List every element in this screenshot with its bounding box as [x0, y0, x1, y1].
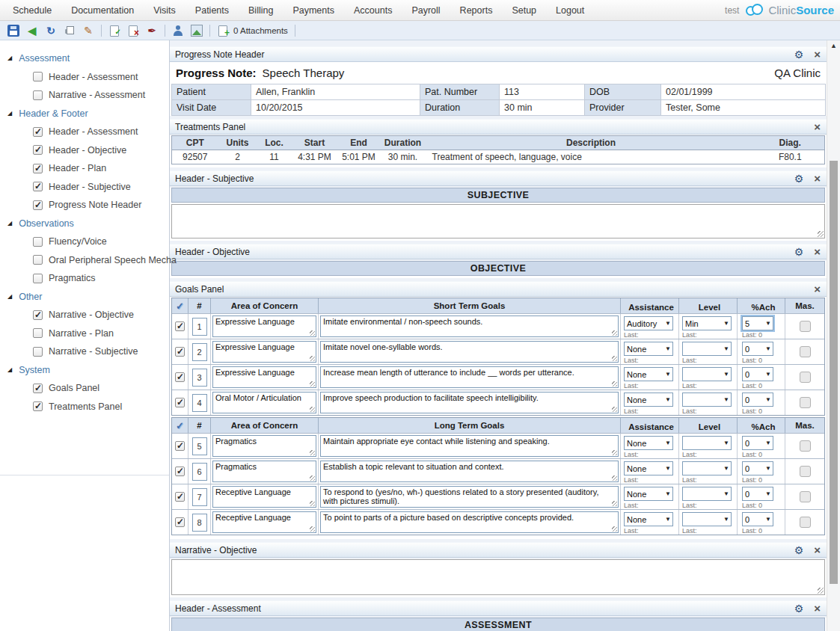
area-of-concern-textarea[interactable]: Receptive Language [212, 486, 316, 508]
tree-group-label[interactable]: Header & Footer [19, 108, 88, 119]
mastered-checkbox[interactable] [800, 321, 811, 332]
tree-item-checkbox[interactable] [33, 384, 43, 393]
goal-include-checkbox[interactable] [175, 492, 185, 502]
area-of-concern-textarea[interactable]: Oral Motor / Articulation [212, 392, 316, 413]
collapse-triangle-icon[interactable]: ◢ [7, 111, 12, 117]
tree-item-label[interactable]: Header - Plan [49, 163, 106, 173]
nav-item-schedule[interactable]: Schedule [3, 5, 61, 16]
nav-item-logout[interactable]: Logout [546, 5, 594, 16]
goal-number-input[interactable]: 6 [192, 463, 207, 481]
nav-item-reports[interactable]: Reports [450, 5, 503, 16]
percent-achieved-select[interactable]: 0 [742, 487, 773, 501]
tree-item-checkbox[interactable] [33, 237, 43, 247]
collapse-triangle-icon[interactable]: ◢ [7, 294, 12, 300]
tree-item-label[interactable]: Narrative - Objective [49, 310, 134, 320]
treatment-row[interactable]: 925072114:31 PM5:01 PM30 min.Treatment o… [172, 150, 825, 164]
tree-item-label[interactable]: Narrative - Subjective [49, 346, 138, 357]
resize-grip-icon[interactable] [310, 356, 315, 361]
resize-grip-icon[interactable] [310, 526, 315, 532]
tree-item-label[interactable]: Progress Note Header [49, 200, 141, 210]
mastered-checkbox[interactable] [800, 397, 811, 408]
percent-achieved-select[interactable]: 0 [742, 461, 773, 475]
resize-grip-icon[interactable] [612, 501, 617, 506]
resize-grip-icon[interactable] [818, 231, 824, 237]
collapse-triangle-icon[interactable]: ◢ [7, 367, 12, 373]
goal-text-textarea[interactable]: Imitate novel one-syllable words. [320, 341, 619, 363]
area-of-concern-textarea[interactable]: Expressive Language [212, 341, 316, 363]
close-icon[interactable]: × [814, 544, 821, 555]
assistance-select[interactable]: None [624, 512, 673, 526]
close-icon[interactable]: × [814, 246, 821, 257]
level-select[interactable] [682, 367, 732, 381]
nav-item-payments[interactable]: Payments [283, 5, 344, 16]
gear-icon[interactable]: ⚙ [794, 603, 804, 615]
goal-text-textarea[interactable]: To respond to (yes/no, wh-) questions re… [320, 486, 619, 508]
tree-item-checkbox[interactable] [33, 328, 43, 338]
goal-include-checkbox[interactable] [175, 398, 185, 407]
goal-number-input[interactable]: 2 [192, 343, 207, 361]
doc-remove-icon[interactable] [127, 25, 139, 37]
goal-text-textarea[interactable]: Improve speech production to facilitate … [320, 392, 619, 413]
goal-include-checkbox[interactable] [175, 347, 185, 357]
goal-number-input[interactable]: 3 [192, 369, 207, 387]
goal-number-input[interactable]: 7 [192, 488, 207, 506]
pen-icon[interactable]: ✒ [146, 25, 158, 37]
patient-icon[interactable] [172, 25, 184, 37]
check-all-icon[interactable]: ✓ [176, 420, 184, 431]
tree-item-checkbox[interactable] [33, 347, 43, 357]
percent-achieved-select[interactable]: 0 [742, 367, 773, 381]
goal-number-input[interactable]: 8 [192, 514, 207, 532]
goal-include-checkbox[interactable] [175, 372, 185, 382]
tree-item-checkbox[interactable] [33, 72, 43, 81]
image-icon[interactable] [191, 25, 203, 37]
level-select[interactable] [682, 512, 732, 526]
goal-include-checkbox[interactable] [175, 467, 185, 476]
check-all-header[interactable]: ✓ [172, 298, 188, 313]
tree-item-checkbox[interactable] [33, 164, 43, 173]
tree-item-label[interactable]: Narrative - Assessment [49, 90, 145, 100]
scrollbar-thumb[interactable] [830, 161, 838, 584]
assistance-select[interactable]: None [624, 487, 673, 501]
close-icon[interactable]: × [814, 121, 821, 132]
close-icon[interactable]: × [814, 173, 821, 184]
percent-achieved-select[interactable]: 0 [742, 393, 773, 407]
level-select[interactable] [682, 461, 732, 475]
doc-approve-icon[interactable] [108, 25, 120, 37]
tree-item-checkbox[interactable] [33, 200, 43, 210]
percent-achieved-select[interactable]: 0 [742, 512, 773, 526]
field-value-visit-date[interactable]: 10/20/2015 [251, 100, 420, 116]
assistance-select[interactable]: None [624, 342, 673, 356]
field-value-duration[interactable]: 30 min [500, 100, 585, 116]
subjective-textarea[interactable] [171, 204, 825, 238]
goal-include-checkbox[interactable] [175, 517, 185, 527]
collapse-triangle-icon[interactable]: ◢ [7, 221, 12, 227]
tree-item-label[interactable]: Fluency/Voice [49, 236, 107, 247]
mastered-checkbox[interactable] [800, 466, 811, 477]
level-select[interactable] [682, 393, 732, 407]
resize-grip-icon[interactable] [818, 588, 824, 594]
resize-grip-icon[interactable] [310, 330, 315, 336]
nav-item-payroll[interactable]: Payroll [402, 5, 450, 16]
check-all-header[interactable]: ✓ [172, 418, 188, 433]
tree-item-checkbox[interactable] [33, 274, 43, 283]
level-select[interactable] [682, 436, 732, 450]
assistance-select[interactable]: None [624, 436, 673, 450]
tree-item-label[interactable]: Pragmatics [49, 273, 96, 283]
goal-include-checkbox[interactable] [175, 321, 185, 331]
mastered-checkbox[interactable] [800, 372, 811, 383]
nav-item-setup[interactable]: Setup [502, 5, 546, 16]
tree-item-label[interactable]: Goals Panel [49, 383, 99, 393]
field-value-dob[interactable]: 02/01/1999 [661, 84, 826, 100]
resize-grip-icon[interactable] [612, 526, 617, 532]
resize-grip-icon[interactable] [310, 450, 315, 455]
goal-include-checkbox[interactable] [175, 441, 185, 451]
tree-item-checkbox[interactable] [33, 182, 43, 191]
mastered-checkbox[interactable] [800, 346, 811, 357]
assistance-select[interactable]: None [624, 367, 673, 381]
nav-item-documentation[interactable]: Documentation [61, 5, 144, 16]
vertical-scrollbar[interactable]: ▲ [827, 40, 840, 631]
resize-grip-icon[interactable] [612, 407, 617, 412]
field-value-patient[interactable]: Allen, Franklin [251, 84, 420, 100]
goal-number-input[interactable]: 4 [192, 394, 207, 412]
tree-item-checkbox[interactable] [33, 255, 43, 265]
